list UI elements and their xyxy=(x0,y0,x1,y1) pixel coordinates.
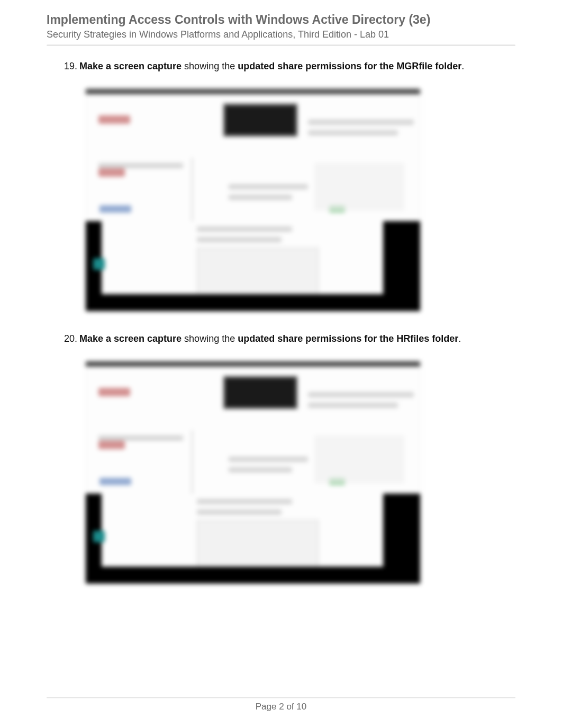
page-number: Page 2 of 10 xyxy=(0,702,562,712)
footer-divider xyxy=(47,697,515,698)
list-item: 19. Make a screen capture showing the up… xyxy=(59,60,515,311)
item-number: 20. xyxy=(59,332,77,345)
item-number: 19. xyxy=(59,60,77,73)
page-title: Implementing Access Controls with Window… xyxy=(47,13,515,27)
page-subtitle: Security Strategies in Windows Platforms… xyxy=(47,29,515,40)
list-item: 20. Make a screen capture showing the up… xyxy=(59,332,515,584)
screenshot-placeholder xyxy=(86,89,420,311)
screenshot-placeholder xyxy=(86,361,420,584)
header-divider xyxy=(47,44,515,46)
item-text: Make a screen capture showing the update… xyxy=(79,332,461,345)
item-text: Make a screen capture showing the update… xyxy=(79,60,464,73)
